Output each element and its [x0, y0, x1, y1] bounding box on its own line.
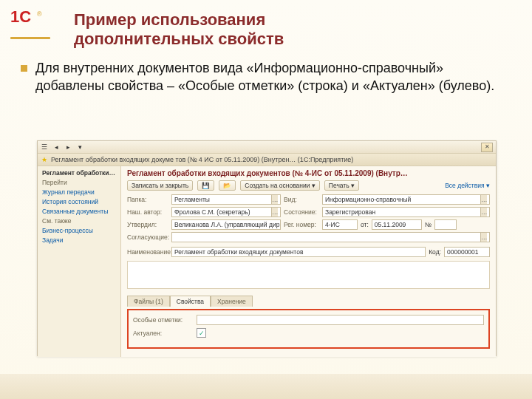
author-label: Наш. автор:	[127, 208, 168, 216]
relevant-checkbox[interactable]: ✓	[197, 328, 206, 338]
num-input[interactable]	[434, 219, 457, 230]
code-label: Код:	[429, 248, 441, 256]
bullet-icon	[21, 65, 27, 72]
sidebar-item[interactable]: История состояний	[42, 198, 116, 205]
slide-title: Пример использования дополнительных свой…	[74, 10, 284, 50]
window-menubar: ☰ ◂ ▸ ▾ ✕	[38, 141, 496, 154]
properties-pane-highlight: Особые отметки: Актуален: ✓	[127, 309, 490, 349]
kind-label: Вид:	[284, 196, 319, 203]
sidebar-item[interactable]: Задачи	[42, 236, 116, 244]
print-button[interactable]: Печать ▾	[324, 180, 359, 191]
state-input[interactable]: Зарегистрирован…	[322, 207, 490, 217]
window-title: Регламент обработки входящих докуме тов …	[51, 156, 353, 163]
special-marks-input[interactable]	[197, 315, 484, 325]
corr-input[interactable]: …	[171, 232, 490, 242]
name-label: Наименование:	[127, 248, 168, 256]
author-input[interactable]: Фролова С.М. (секретарь)…	[171, 207, 281, 217]
open-icon[interactable]: 📂	[219, 180, 236, 191]
name-input[interactable]: Регламент обработки входящих документов	[171, 247, 426, 257]
form-fields: Папка: Регламенты… Вид: Информационно-сп…	[127, 194, 490, 349]
code-input[interactable]: 000000001	[444, 247, 490, 257]
back-icon[interactable]: ◂	[52, 143, 60, 151]
approved-input[interactable]: Великанова Л.А. (управляющий дир……	[171, 219, 281, 230]
special-marks-label: Особые отметки:	[133, 316, 192, 324]
sidebar-item[interactable]: Регламент обработки…	[42, 169, 116, 177]
sidebar-item[interactable]: Журнал передачи	[42, 188, 116, 196]
slide-footer-bar	[0, 374, 532, 399]
window-titlebar: ★ Регламент обработки входящих докуме то…	[38, 154, 496, 166]
folder-input[interactable]: Регламенты…	[171, 194, 281, 205]
sidebar: Регламент обработки… Перейти Журнал пере…	[38, 166, 121, 357]
tab-strip: Файлы (1) Свойства Хранение	[127, 296, 490, 307]
main-area: Регламент обработки входящих документов …	[121, 166, 496, 357]
create-based-on-button[interactable]: Создать на основании ▾	[240, 180, 320, 191]
save-close-button[interactable]: Записать и закрыть	[127, 180, 193, 191]
num-label: №	[425, 221, 432, 228]
doc-heading: Регламент обработки входящих документов …	[127, 169, 490, 177]
tab-files[interactable]: Файлы (1)	[127, 296, 170, 307]
close-icon[interactable]: ✕	[481, 143, 493, 152]
tab-properties[interactable]: Свойства	[170, 296, 211, 307]
all-actions-link[interactable]: Все действия ▾	[445, 182, 490, 189]
star-icon: ★	[41, 156, 48, 163]
sidebar-section: См. также	[42, 217, 116, 225]
sidebar-item[interactable]: Бизнес-процессы	[42, 227, 116, 234]
approved-label: Утвердил:	[127, 221, 168, 228]
brand-underline	[10, 37, 50, 39]
forward-icon[interactable]: ▸	[64, 143, 72, 151]
regnum-input[interactable]: 4-ИС	[322, 219, 358, 230]
regnum-label: Рег. номер:	[284, 221, 319, 228]
relevant-label: Актуален:	[133, 330, 192, 337]
date-label: от:	[361, 221, 369, 228]
brand-logo: 1C®	[10, 7, 50, 37]
description-area[interactable]	[127, 261, 490, 289]
kind-input[interactable]: Информационно-справочный…	[322, 194, 490, 205]
save-icon[interactable]: 💾	[197, 180, 214, 191]
down-icon[interactable]: ▾	[76, 143, 83, 151]
command-bar: Записать и закрыть 💾 📂 Создать на основа…	[127, 180, 490, 191]
folder-label: Папка:	[127, 196, 168, 203]
menu-icon[interactable]: ☰	[41, 143, 48, 151]
slide-body-text: Для внутренних документов вида «Информац…	[35, 59, 514, 95]
corr-label: Согласующие:	[127, 233, 168, 241]
date-input[interactable]: 05.11.2009	[372, 219, 422, 230]
app-window: ☰ ◂ ▸ ▾ ✕ ★ Регламент обработки входящих…	[37, 140, 497, 356]
state-label: Состояние:	[284, 208, 319, 216]
sidebar-item[interactable]: Связанные документы	[42, 208, 116, 215]
tab-storage[interactable]: Хранение	[211, 296, 253, 307]
sidebar-section: Перейти	[42, 179, 116, 186]
